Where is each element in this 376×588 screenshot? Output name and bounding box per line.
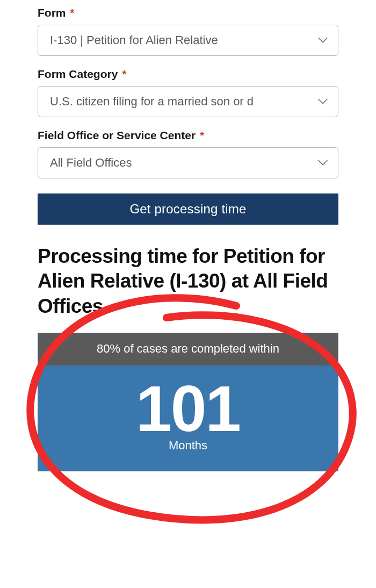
result-section: Processing time for Petition for Alien R… <box>0 225 376 471</box>
result-card: 80% of cases are completed within 101 Mo… <box>38 333 338 471</box>
result-number: 101 <box>44 376 332 441</box>
category-label-text: Form Category <box>38 68 118 80</box>
office-select[interactable]: All Field Offices <box>38 147 338 178</box>
office-field-group: Field Office or Service Center * All Fie… <box>38 129 338 178</box>
category-select-value: U.S. citizen filing for a married son or… <box>50 95 254 109</box>
office-label-text: Field Office or Service Center <box>38 129 196 141</box>
category-field-group: Form Category * U.S. citizen filing for … <box>38 68 338 117</box>
form-label: Form * <box>38 6 338 19</box>
card-body: 101 Months <box>38 365 338 471</box>
get-processing-time-button[interactable]: Get processing time <box>38 193 338 225</box>
card-area: 80% of cases are completed within 101 Mo… <box>38 333 338 471</box>
card-head: 80% of cases are completed within <box>38 333 338 365</box>
result-unit: Months <box>44 439 332 453</box>
submit-button-label: Get processing time <box>129 202 246 216</box>
form-select[interactable]: I-130 | Petition for Alien Relative <box>38 25 338 56</box>
form-label-text: Form <box>38 6 66 19</box>
office-label: Field Office or Service Center * <box>38 129 338 142</box>
office-select-value: All Field Offices <box>50 156 132 170</box>
required-star: * <box>70 6 74 19</box>
office-select-wrap: All Field Offices <box>38 147 338 178</box>
result-heading: Processing time for Petition for Alien R… <box>38 244 338 319</box>
category-select-wrap: U.S. citizen filing for a married son or… <box>38 86 338 117</box>
form-select-wrap: I-130 | Petition for Alien Relative <box>38 25 338 56</box>
form-field-group: Form * I-130 | Petition for Alien Relati… <box>38 6 338 56</box>
required-star: * <box>122 68 126 80</box>
required-star: * <box>200 129 204 141</box>
category-label: Form Category * <box>38 68 338 81</box>
category-select[interactable]: U.S. citizen filing for a married son or… <box>38 86 338 117</box>
form-select-value: I-130 | Petition for Alien Relative <box>50 33 218 47</box>
